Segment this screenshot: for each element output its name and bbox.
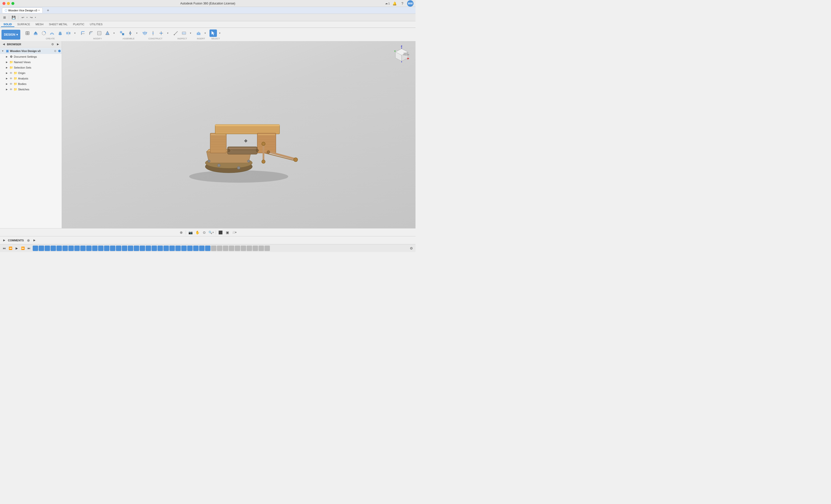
timeline-step[interactable] (164, 245, 169, 251)
display-mode-button[interactable]: ⬛ (218, 230, 223, 235)
timeline-step[interactable] (80, 245, 86, 251)
construct-plane-tool[interactable] (141, 29, 149, 37)
tree-expand-root[interactable]: ▼ (1, 49, 4, 53)
timeline-step[interactable] (259, 245, 264, 251)
minimize-button[interactable] (7, 2, 10, 5)
tab-sheet-metal[interactable]: SHEET METAL (46, 22, 70, 27)
new-tab-button[interactable]: + (45, 7, 51, 13)
timeline-step[interactable] (146, 245, 151, 251)
redo-button[interactable]: ↪ (28, 14, 34, 21)
comments-options-button[interactable]: ▶ (32, 238, 37, 243)
orientation-cube[interactable]: FRONT RIGHT X Z Y (392, 45, 411, 65)
timeline-step[interactable] (253, 245, 258, 251)
timeline-step[interactable] (56, 245, 62, 251)
timeline-step[interactable] (181, 245, 187, 251)
timeline-step[interactable] (241, 245, 246, 251)
tab-surface[interactable]: SURFACE (15, 22, 33, 27)
revolve-tool[interactable] (40, 29, 48, 37)
snap-tool-button[interactable]: ⊕ (178, 230, 184, 235)
comments-add-button[interactable]: ⊕ (26, 238, 31, 243)
file-tab-close-icon[interactable]: × (38, 9, 40, 12)
tree-item-root[interactable]: ▼ ▣ Wooden Vice Design v3 ⚙ (0, 48, 62, 54)
timeline-step[interactable] (235, 245, 240, 251)
tree-root-settings[interactable]: ⚙ (54, 49, 57, 53)
tree-expand-origin[interactable]: ▶ (5, 71, 8, 75)
new-body-tool[interactable] (24, 29, 31, 37)
timeline-step[interactable] (140, 245, 145, 251)
timeline-step[interactable] (205, 245, 210, 251)
joint-tool[interactable] (126, 29, 134, 37)
tree-item-named-views[interactable]: ▶ 📁 Named Views (0, 59, 62, 65)
create-more-tool[interactable]: ▾ (73, 29, 77, 37)
select-more-tool[interactable]: ▾ (218, 29, 222, 37)
insert-more-tool[interactable]: ▾ (203, 29, 207, 37)
save-button[interactable]: 💾 (11, 14, 17, 21)
construct-point-tool[interactable] (157, 29, 165, 37)
file-tab-item[interactable]: ⬡ Wooden Vice Design v3 × (2, 8, 42, 13)
tab-solid[interactable]: SOLID (1, 22, 15, 27)
timeline-step[interactable] (151, 245, 157, 251)
modify-more-tool[interactable]: ▾ (112, 29, 116, 37)
timeline-start-button[interactable]: ⏮ (1, 245, 7, 251)
tree-expand-named-views[interactable]: ▶ (5, 60, 8, 64)
tree-item-origin[interactable]: ▶ 👁 📁 Origin (0, 70, 62, 76)
timeline-step[interactable] (74, 245, 80, 251)
mirror-tool[interactable] (65, 29, 72, 37)
extrude-tool[interactable] (32, 29, 39, 37)
tree-item-selection-sets[interactable]: ▶ 📁 Selection Sets (0, 65, 62, 70)
user-avatar[interactable]: MW (407, 0, 413, 7)
timeline-step[interactable] (169, 245, 175, 251)
timeline-end-button[interactable]: ⏭ (26, 245, 32, 251)
construct-axis-tool[interactable] (149, 29, 157, 37)
undo-dropdown-arrow[interactable]: ▾ (27, 16, 27, 19)
inspect-more-tool[interactable]: ▾ (189, 29, 192, 37)
tree-eye-origin[interactable]: 👁 (9, 71, 12, 75)
tree-expand-sketches[interactable]: ▶ (5, 88, 8, 91)
shell-tool[interactable] (95, 29, 103, 37)
redo-dropdown-arrow[interactable]: ▾ (35, 16, 36, 19)
tree-item-sketches[interactable]: ▶ 👁 📁 Sketches (0, 87, 62, 92)
chamfer-tool[interactable] (87, 29, 95, 37)
timeline-step[interactable] (104, 245, 110, 251)
tree-eye-sketches[interactable]: 👁 (9, 88, 12, 91)
timeline-step[interactable] (98, 245, 104, 251)
timeline-next-button[interactable]: ⏩ (20, 245, 26, 251)
browser-options-button[interactable]: ⚙ (50, 42, 55, 47)
measure-tool[interactable] (172, 29, 179, 37)
construct-more-tool[interactable]: ▾ (166, 29, 170, 37)
camera-button[interactable]: 📷 (188, 230, 193, 235)
timeline-step[interactable] (187, 245, 193, 251)
timeline-step[interactable] (175, 245, 181, 251)
tab-plastic[interactable]: PLASTIC (70, 22, 87, 27)
browser-expand-button[interactable]: ▶ (56, 42, 60, 47)
new-component-tool[interactable] (118, 29, 126, 37)
tab-mesh[interactable]: MESH (33, 22, 46, 27)
timeline-step[interactable] (128, 245, 133, 251)
help-button[interactable]: ? (399, 0, 406, 7)
tree-item-analysis[interactable]: ▶ 👁 📁 Analysis (0, 76, 62, 81)
timeline-step[interactable] (62, 245, 68, 251)
tree-eye-bodies[interactable]: 👁 (9, 82, 12, 86)
timeline-step[interactable] (116, 245, 121, 251)
display-mode2-button[interactable]: ▣ (224, 230, 230, 235)
tree-item-doc-settings[interactable]: ▶ ⚙ Document Settings (0, 54, 62, 59)
tree-expand-selection-sets[interactable]: ▶ (5, 66, 8, 69)
tab-utilities[interactable]: UTILITIES (87, 22, 105, 27)
viewport[interactable]: FRONT RIGHT X Z Y (62, 41, 416, 228)
section-tool[interactable] (180, 29, 188, 37)
timeline-step[interactable] (33, 245, 38, 251)
select-tool[interactable] (209, 29, 217, 37)
display-more-button[interactable]: ⬜▾ (231, 230, 237, 235)
draft-tool[interactable] (104, 29, 111, 37)
tree-item-bodies[interactable]: ▶ 👁 📁 Bodies (0, 81, 62, 87)
design-mode-button[interactable]: DESIGN ▾ (1, 30, 20, 39)
timeline-step[interactable] (217, 245, 222, 251)
tree-eye-analysis[interactable]: 👁 (9, 77, 12, 80)
timeline-step[interactable] (264, 245, 270, 251)
assemble-more-tool[interactable]: ▾ (135, 29, 139, 37)
comments-expand-button[interactable]: ▶ (2, 238, 6, 243)
tree-expand-analysis[interactable]: ▶ (5, 77, 8, 80)
timeline-step[interactable] (193, 245, 199, 251)
fillet-tool[interactable] (79, 29, 87, 37)
timeline-step[interactable] (134, 245, 139, 251)
